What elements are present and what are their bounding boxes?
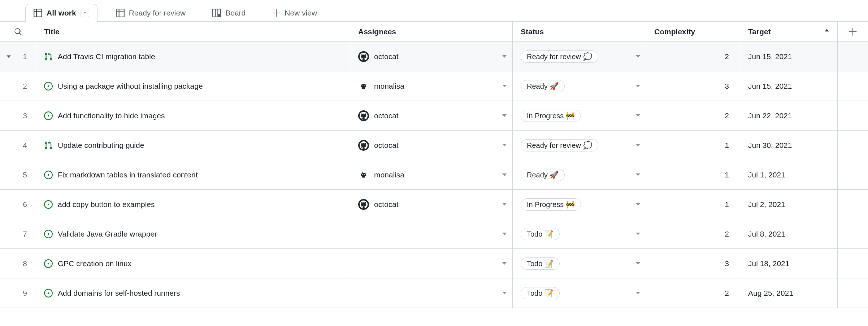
cell-complexity[interactable]: 1 (646, 160, 740, 189)
cell-target[interactable]: Jul 2, 2021 (740, 190, 838, 219)
tab-board[interactable]: Board (204, 4, 254, 22)
cell-status[interactable]: In Progress 🚧 (513, 101, 646, 130)
cell-title[interactable]: Fix markdown tables in translated conten… (36, 160, 350, 189)
chevron-down-icon (636, 233, 640, 235)
table-row[interactable]: 9Add domains for self-hosted runnersTodo… (0, 278, 868, 308)
status-badge: Ready for review 💭 (521, 139, 598, 151)
cell-assignees[interactable] (350, 278, 513, 308)
cell-complexity[interactable]: 1 (646, 190, 740, 219)
cell-target[interactable]: Aug 25, 2021 (740, 278, 838, 308)
cell-target[interactable]: Jul 18, 2021 (740, 249, 838, 278)
tab-label: Ready for review (129, 9, 186, 17)
table-row[interactable]: 6add copy button to examplesoctocatIn Pr… (0, 190, 868, 219)
table-row[interactable]: 1Add Travis CI migration tableoctocatRea… (0, 42, 868, 71)
avatar (358, 169, 369, 180)
column-title[interactable]: Title (36, 22, 350, 41)
table-icon (116, 9, 125, 17)
tab-label: All work (47, 9, 76, 17)
column-status[interactable]: Status (513, 22, 646, 41)
chevron-down-icon (502, 233, 507, 235)
cell-complexity[interactable]: 3 (646, 71, 740, 101)
cell-target[interactable]: Jun 30, 2021 (740, 131, 838, 160)
cell-complexity[interactable]: 3 (646, 249, 740, 278)
cell-assignees[interactable]: monalisa (350, 71, 513, 101)
cell-assignees[interactable]: octocat (350, 101, 513, 130)
cell-title[interactable]: Update contributing guide (36, 131, 350, 160)
cell-status[interactable]: Ready for review 💭 (513, 42, 646, 71)
row-number[interactable]: 4 (0, 131, 36, 160)
cell-complexity[interactable]: 1 (646, 131, 740, 160)
status-badge: In Progress 🚧 (521, 110, 581, 122)
search-button[interactable] (0, 22, 36, 41)
row-number[interactable]: 6 (0, 190, 36, 219)
tab-menu-caret[interactable] (81, 9, 89, 17)
cell-title[interactable]: Validate Java Gradle wrapper (36, 219, 350, 248)
cell-spacer (838, 42, 868, 71)
cell-title[interactable]: add copy button to examples (36, 190, 350, 219)
row-number[interactable]: 2 (0, 71, 36, 101)
cell-spacer (838, 131, 868, 160)
column-assignees[interactable]: Assignees (350, 22, 513, 41)
table-row[interactable]: 2Using a package without installing pack… (0, 71, 868, 101)
cell-status[interactable]: Todo 📝 (513, 219, 646, 248)
chevron-down-icon (502, 85, 507, 87)
cell-complexity[interactable]: 2 (646, 42, 740, 71)
column-target[interactable]: Target (740, 22, 838, 41)
row-number[interactable]: 9 (0, 278, 36, 308)
column-complexity[interactable]: Complexity (646, 22, 740, 41)
row-number[interactable]: 8 (0, 249, 36, 278)
status-badge: Todo 📝 (521, 257, 560, 270)
cell-status[interactable]: Todo 📝 (513, 278, 646, 308)
cell-status[interactable]: Todo 📝 (513, 249, 646, 278)
tab-new-view[interactable]: New view (264, 4, 325, 22)
cell-title[interactable]: Add Travis CI migration table (36, 42, 350, 71)
cell-title[interactable]: Using a package without installing packa… (36, 71, 350, 101)
cell-status[interactable]: Ready 🚀 (513, 160, 646, 189)
cell-assignees[interactable]: octocat (350, 42, 513, 71)
cell-status[interactable]: In Progress 🚧 (513, 190, 646, 219)
cell-spacer (838, 219, 868, 248)
row-number[interactable]: 7 (0, 219, 36, 248)
svg-point-1 (362, 85, 363, 86)
chevron-down-icon (502, 173, 507, 176)
cell-title[interactable]: Add functionality to hide images (36, 101, 350, 130)
cell-assignees[interactable]: octocat (350, 131, 513, 160)
table-row[interactable]: 4Update contributing guideoctocatReady f… (0, 131, 868, 160)
cell-target[interactable]: Jul 1, 2021 (740, 160, 838, 189)
cell-target[interactable]: Jun 22, 2021 (740, 101, 838, 130)
cell-complexity[interactable]: 2 (646, 278, 740, 308)
tab-ready-for-review[interactable]: Ready for review (108, 4, 194, 22)
cell-assignees[interactable] (350, 219, 513, 248)
tab-label: New view (285, 9, 317, 17)
issue-open-icon (44, 200, 53, 209)
table-row[interactable]: 5Fix markdown tables in translated conte… (0, 160, 868, 190)
cell-status[interactable]: Ready 🚀 (513, 71, 646, 101)
add-column-button[interactable] (838, 22, 868, 41)
chevron-down-icon (636, 292, 640, 294)
pull-request-icon (44, 141, 53, 150)
sort-ascending-icon (824, 27, 830, 36)
tab-all-work[interactable]: All work (25, 4, 97, 22)
cell-target[interactable]: Jun 15, 2021 (740, 71, 838, 101)
table-row[interactable]: 7Validate Java Gradle wrapperTodo 📝2Jul … (0, 219, 868, 249)
cell-spacer (838, 101, 868, 130)
cell-title[interactable]: GPC creation on linux (36, 249, 350, 278)
table-row[interactable]: 3Add functionality to hide imagesoctocat… (0, 101, 868, 131)
cell-assignees[interactable]: octocat (350, 190, 513, 219)
status-badge: Ready 🚀 (521, 169, 565, 181)
cell-spacer (838, 160, 868, 189)
cell-target[interactable]: Jun 15, 2021 (740, 42, 838, 71)
cell-title[interactable]: Add domains for self-hosted runners (36, 278, 350, 308)
cell-complexity[interactable]: 2 (646, 101, 740, 130)
table-row[interactable]: 8GPC creation on linuxTodo 📝3Jul 18, 202… (0, 249, 868, 278)
cell-status[interactable]: Ready for review 💭 (513, 131, 646, 160)
cell-complexity[interactable]: 2 (646, 219, 740, 248)
chevron-down-icon (502, 144, 507, 146)
cell-assignees[interactable]: monalisa (350, 160, 513, 189)
chevron-down-icon (636, 144, 640, 146)
row-number[interactable]: 3 (0, 101, 36, 130)
cell-assignees[interactable] (350, 249, 513, 278)
row-number[interactable]: 1 (0, 42, 36, 71)
cell-target[interactable]: Jul 8, 2021 (740, 219, 838, 248)
row-number[interactable]: 5 (0, 160, 36, 189)
